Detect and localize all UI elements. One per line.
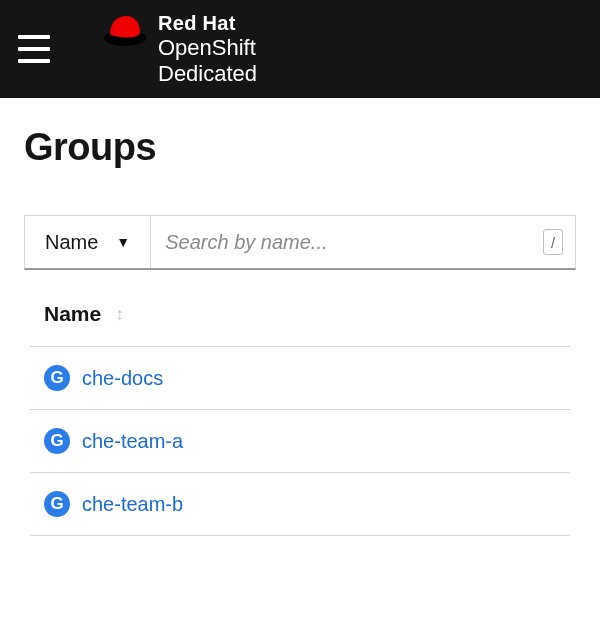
- filter-attribute-label: Name: [45, 231, 98, 254]
- menu-toggle[interactable]: [18, 35, 50, 63]
- group-resource-icon: G: [44, 365, 70, 391]
- filter-toolbar: Name ▼ /: [24, 215, 576, 270]
- sort-icon[interactable]: ↕: [115, 304, 124, 325]
- brand-logo[interactable]: Red Hat OpenShift Dedicated: [102, 12, 257, 86]
- caret-down-icon: ▼: [116, 234, 130, 250]
- table-header-row: Name ↕: [30, 302, 570, 347]
- page-body: Groups Name ▼ / Name ↕ Gche-docsGche-tea…: [0, 98, 600, 536]
- column-header-name[interactable]: Name: [44, 302, 101, 326]
- group-link[interactable]: che-team-a: [82, 430, 183, 453]
- group-link[interactable]: che-team-b: [82, 493, 183, 516]
- redhat-icon: [102, 12, 148, 48]
- table-row: Gche-team-b: [30, 473, 570, 536]
- brand-line-3: Dedicated: [158, 61, 257, 86]
- search-container: /: [151, 216, 575, 268]
- brand-line-1: Red Hat: [158, 12, 257, 35]
- table-row: Gche-docs: [30, 347, 570, 410]
- filter-attribute-dropdown[interactable]: Name ▼: [25, 216, 151, 268]
- group-resource-icon: G: [44, 428, 70, 454]
- table-row: Gche-team-a: [30, 410, 570, 473]
- top-nav-bar: Red Hat OpenShift Dedicated: [0, 0, 600, 98]
- page-title: Groups: [24, 126, 576, 169]
- group-link[interactable]: che-docs: [82, 367, 163, 390]
- groups-table: Name ↕ Gche-docsGche-team-aGche-team-b: [24, 302, 576, 536]
- keyboard-shortcut-hint: /: [543, 229, 563, 255]
- search-input[interactable]: [165, 231, 543, 254]
- brand-text: Red Hat OpenShift Dedicated: [158, 12, 257, 86]
- group-resource-icon: G: [44, 491, 70, 517]
- brand-line-2: OpenShift: [158, 35, 257, 60]
